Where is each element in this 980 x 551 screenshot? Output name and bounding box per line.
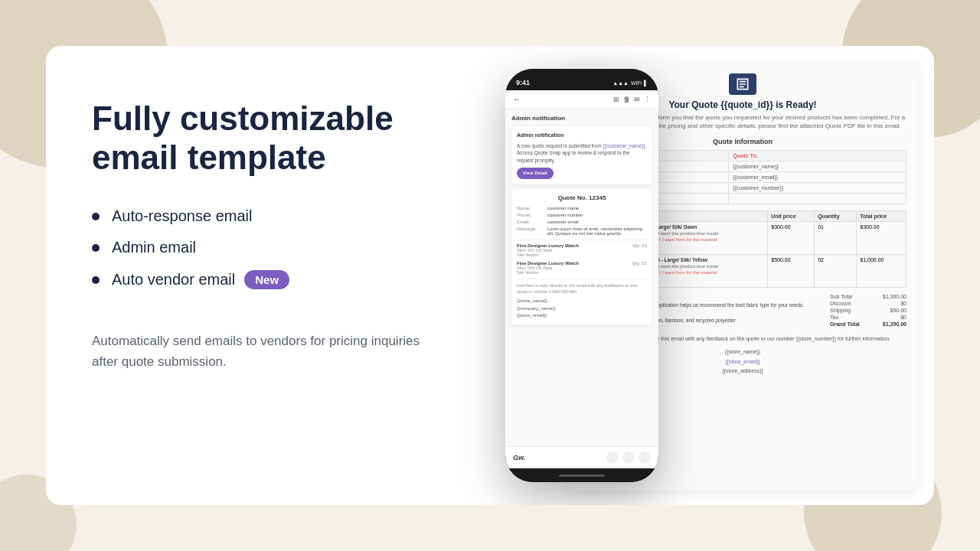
quote-number-box: Quote No. 12345 Name: customer name Phon… <box>511 189 652 325</box>
notif-title: Admin notification <box>517 132 647 140</box>
phone-logo-bar: Gw. <box>505 446 658 468</box>
field-label-message: Message: <box>517 227 547 236</box>
sig-store-email: {{store_email}} <box>517 313 547 318</box>
new-badge: New <box>244 270 289 289</box>
field-value-phone: customer number <box>547 213 583 217</box>
field-label-phone: Phone: <box>517 213 547 217</box>
col-total-price: Total price <box>857 211 906 222</box>
total-row: Discount$0 <box>830 301 906 306</box>
phone-field-name: Name: customer name <box>517 206 647 210</box>
phone-screen: ← ⊞ 🗑 ✉ ⋮ Admin notification Admin notif… <box>505 90 658 446</box>
sig-company-name: {{company_name}} <box>517 306 556 311</box>
mail-icon[interactable]: ✉ <box>634 96 640 103</box>
main-card: Fully customizable email template Auto-r… <box>46 46 934 505</box>
document-icon <box>729 73 756 95</box>
signal-icon: ▲▲▲ <box>612 80 629 86</box>
phone-field-email: Email: customer email <box>517 220 647 224</box>
item-unit-1: $500.00 <box>768 255 815 288</box>
phone-time: 9:41 <box>516 79 530 86</box>
total-row: Grand Total$1,350.00 <box>830 321 906 327</box>
home-bar <box>559 474 605 477</box>
phone-bottom-icons <box>606 452 651 464</box>
topbar-left-icons: ← <box>513 95 521 103</box>
wifi-icon: WiFi <box>631 80 642 86</box>
total-row: Sub Total$1,300.00 <box>830 294 906 299</box>
phone-mockup: 9:41 ▲▲▲ WiFi ▌ ← ⊞ 🗑 ✉ ⋮ <box>505 69 658 482</box>
feature-label-2: Auto vendor email <box>112 271 235 289</box>
item-qty-1: 02 <box>815 255 857 288</box>
quote-to-empty <box>729 194 906 204</box>
feature-label-0: Auto-response email <box>112 207 252 225</box>
feature-list: Auto-response email Admin email Auto ven… <box>92 207 444 303</box>
bottom-icon-1 <box>606 452 619 464</box>
field-label-email: Email: <box>517 220 547 224</box>
item-unit-0: $300.00 <box>768 222 815 255</box>
topbar-right-icons: ⊞ 🗑 ✉ ⋮ <box>613 96 651 103</box>
phone-content: Admin notification Admin notification A … <box>505 109 658 331</box>
back-icon[interactable]: ← <box>513 95 521 103</box>
total-row: Shipping$50.00 <box>830 308 906 313</box>
feature-description: Automatically send emails to vendors for… <box>92 331 429 372</box>
item-total-1: $1,000.00 <box>857 255 906 288</box>
phone-product-0: Fine Designer Luxury Watch SKU: 001 US S… <box>517 243 647 257</box>
total-row: Tax$0 <box>830 315 906 320</box>
phone-home-indicator <box>505 468 658 482</box>
summary-totals: Sub Total$1,300.00Discount$0Shipping$50.… <box>830 294 906 328</box>
phone-logo: Gw. <box>513 454 525 461</box>
field-label-name: Name: <box>517 206 547 210</box>
quote-to-email: {{customer_email}} <box>729 172 906 183</box>
phone-product-meta-1: SKU: 001 US StyleSite Vendor <box>517 266 632 275</box>
field-value-name: customer name <box>547 206 579 210</box>
more-icon[interactable]: ⋮ <box>644 96 651 103</box>
delete-icon[interactable]: 🗑 <box>623 96 630 103</box>
field-value-message: Lorem ipsum dolor sit amet, consectetur … <box>547 227 647 236</box>
item-total-0: $300.00 <box>857 222 906 255</box>
phone-status-icons: ▲▲▲ WiFi ▌ <box>612 80 648 86</box>
quote-number: Quote No. 12345 <box>517 194 647 201</box>
phone-topbar: ← ⊞ 🗑 ✉ ⋮ <box>505 90 658 109</box>
battery-icon: ▌ <box>644 80 648 86</box>
phone-product-info-0: Fine Designer Luxury Watch SKU: 001 US S… <box>517 243 632 257</box>
bullet-1 <box>92 244 100 252</box>
col-unit-price: Unit price <box>768 211 815 222</box>
bullet-2 <box>92 276 100 284</box>
item-qty-0: 01 <box>815 222 857 255</box>
phone-product-qty-0: Qty: 03 <box>632 243 647 248</box>
left-panel: Fully customizable email template Auto-r… <box>46 46 490 505</box>
grid-icon[interactable]: ⊞ <box>613 96 619 103</box>
phone-product-qty-1: Qty: 01 <box>632 261 647 266</box>
feature-label-1: Admin email <box>112 239 196 256</box>
phone-notification-box: Admin notification A new quote request i… <box>511 126 652 184</box>
quote-to-header: Quote To: <box>729 151 906 161</box>
bottom-icon-2 <box>622 452 635 464</box>
main-heading: Fully customizable email template <box>92 99 444 177</box>
field-value-email: customer email <box>547 220 579 224</box>
quote-to-number: {{customer_number}} <box>729 183 906 194</box>
feature-item-0: Auto-response email <box>92 207 444 225</box>
phone-section-title: Admin notification <box>511 115 652 122</box>
phone-notch: 9:41 ▲▲▲ WiFi ▌ <box>505 69 658 90</box>
col-quantity: Quantity <box>815 211 857 222</box>
right-panel: Your Quote {{quote_id}} is Ready! Hi the… <box>490 46 934 505</box>
phone-footer-text: Feel free to reply directly to this emai… <box>517 279 647 295</box>
phone-product-info-1: Fine Designer Luxury Watch SKU: 001 US S… <box>517 261 632 275</box>
phone-field-phone: Phone: customer number <box>517 213 647 217</box>
phone-product-list: Fine Designer Luxury Watch SKU: 001 US S… <box>517 240 647 275</box>
phone-product-meta-0: SKU: 001 US StyleSite Vendor <box>517 248 632 257</box>
notif-text: A new quote request is submitted from {{… <box>517 142 647 165</box>
bottom-icon-3 <box>639 452 651 464</box>
bullet-0 <box>92 213 100 220</box>
sig-store-name: {{store_name}} <box>517 298 547 303</box>
view-detail-button[interactable]: View Detail <box>517 168 554 179</box>
phone-signature: {{store_name}} {{company_name}} {{store_… <box>517 298 647 320</box>
quote-to-name: {{customer_name}} <box>729 161 906 172</box>
phone-product-1: Fine Designer Luxury Watch SKU: 001 US S… <box>517 261 647 275</box>
phone-field-message: Message: Lorem ipsum dolor sit amet, con… <box>517 227 647 236</box>
feature-item-2: Auto vendor email New <box>92 270 444 289</box>
feature-item-1: Admin email <box>92 239 444 256</box>
